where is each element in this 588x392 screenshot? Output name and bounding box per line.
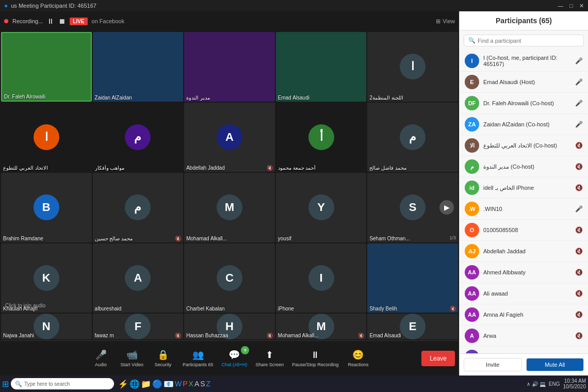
maximize-btn[interactable]: □ (569, 3, 573, 9)
search-box[interactable]: 🔍 (464, 35, 584, 46)
pause-icon[interactable]: ⏸ (47, 17, 54, 25)
video-cell[interactable]: SSeham Othman...▶1/3 (367, 173, 458, 242)
video-cell[interactable]: االاتحاد العربي للتطوع (1, 103, 92, 172)
video-cell[interactable]: Shady Belih🔇 (367, 243, 458, 313)
close-btn[interactable]: ✕ (579, 3, 584, 9)
participant-row[interactable]: II (Co-host, me, participant ID: 465167)… (460, 51, 588, 72)
video-cell[interactable]: MMohamad Alkall...🔇 (276, 314, 367, 339)
participant-avatar: Y (308, 194, 334, 220)
participant-name-label: Abdellah Jaddad (483, 248, 571, 254)
video-cell[interactable]: AAbdellah Jaddad🔇 (184, 103, 275, 172)
participant-row[interactable]: AJAbdellah Jaddad🔇 (460, 241, 588, 262)
share-screen-label: Share Screen (255, 362, 284, 367)
invite-button[interactable]: Invite (464, 358, 522, 371)
taskbar-search-icon: 🔍 (15, 381, 22, 387)
participant-row[interactable]: ممدير الندوة (Co-host)🔇 (460, 156, 588, 177)
file-icon[interactable]: 📁 (141, 379, 151, 389)
date-display: 10/5/2020 (563, 384, 586, 389)
participant-row[interactable]: الاالاتحاد العربي للتطوع (Co-host)🔇 (460, 135, 588, 156)
participant-mute-icon: 🔇 (575, 163, 583, 170)
play-button[interactable]: ▶ (439, 200, 454, 215)
video-cell[interactable]: HHassan Buhazzaa🔇 (184, 314, 275, 339)
security-button[interactable]: 🔒 Security (148, 343, 178, 374)
video-cell[interactable]: ممواهب وأفكار (93, 103, 184, 172)
video-cell[interactable]: ممحمد فاضل صالح (367, 103, 458, 172)
taskbar-search[interactable]: 🔍 Type here to search (11, 378, 114, 389)
page-number: 1/3 (449, 235, 456, 240)
participant-avatar: I (308, 265, 334, 291)
chat-button[interactable]: 💬 Chat (Alt+H) + (218, 343, 252, 374)
taskbar-search-text: Type here to search (24, 381, 70, 387)
video-cell[interactable]: MMohamad Alkall... (184, 173, 275, 242)
participant-row[interactable]: AAAhmed Albbwaty🔇 (460, 262, 588, 283)
participant-avatar: AA (465, 286, 479, 301)
task-icon-1[interactable]: ⚡ (118, 379, 128, 389)
participant-avatar: E (400, 314, 426, 339)
video-cell[interactable]: IiPhone (276, 243, 367, 313)
video-cell[interactable]: ممحمد صالح حسين🔇 (93, 173, 184, 242)
reactions-button[interactable]: 😊 Reactions (342, 343, 373, 374)
participant-name: Zaidan AlZaidan (95, 95, 132, 101)
share-screen-button[interactable]: ⬆ Share Screen (251, 343, 288, 374)
chrome-icon[interactable]: 🔵 (152, 379, 162, 389)
store-icon[interactable]: S (200, 380, 205, 388)
minimize-btn[interactable]: — (558, 3, 563, 9)
video-cell[interactable]: Zaidan AlZaidan (93, 32, 184, 102)
participant-name: Abdellah Jaddad (186, 165, 225, 171)
participant-avatar: S (400, 194, 426, 220)
ppt-icon[interactable]: P (183, 380, 187, 388)
participant-row[interactable]: DFDr. Faleh Alrowaili (Co-host)🎤 (460, 93, 588, 114)
video-cell[interactable]: Emad Alsaudi (276, 32, 367, 102)
click-to-join-audio[interactable]: Click to join audio (5, 303, 45, 308)
title-bar: ● us Meeting Participant ID: 465167 — □ … (0, 0, 588, 11)
edge-icon[interactable]: 🌐 (129, 379, 140, 389)
search-input[interactable] (478, 38, 579, 44)
video-cell[interactable]: BBrahim Ramdane (1, 173, 92, 242)
mail-icon[interactable]: 📧 (164, 379, 174, 389)
participant-avatar: ا (34, 124, 59, 150)
participant-row[interactable]: O01005085508🔇 (460, 220, 588, 241)
participant-mute-icon: 🔇 (575, 248, 583, 255)
participant-row[interactable]: ididell الخاص بـ iPhone🔇 (460, 177, 588, 199)
video-cell[interactable]: EEmad Alsaudi (367, 314, 458, 339)
video-cell[interactable]: Yyousif (276, 173, 367, 242)
leave-button[interactable]: Leave (421, 351, 455, 366)
audio-button[interactable]: 🎤 Audio (86, 343, 117, 374)
zoom-icon[interactable]: Z (206, 380, 211, 388)
participant-row[interactable]: BRBrahim Ramdane🔇 (460, 347, 588, 353)
excel-icon[interactable]: X (189, 380, 193, 388)
video-cell[interactable]: Ffawaz m🔇 (93, 314, 184, 339)
main-area: Recording... ⏸ ⏹ LIVE on Facebook ⊞ View… (0, 11, 588, 375)
participants-button[interactable]: 👥 Participants 65 (178, 343, 218, 374)
participant-row[interactable]: .W.WIN10🎤 (460, 199, 588, 220)
participant-row[interactable]: ZAZaidan AlZaidan (Co-host)🎤 (460, 114, 588, 135)
video-cell[interactable]: مدير الندوة (184, 32, 275, 102)
video-cell[interactable]: CCharbel Kabalan (184, 243, 275, 313)
participant-avatar: M (217, 194, 242, 220)
video-cell[interactable]: Dr. Faleh Alrowaili (1, 32, 92, 102)
participant-row[interactable]: AArwa🔇 (460, 325, 588, 347)
video-cell[interactable]: KKhaulah AlhajriClick to join audio (1, 243, 92, 313)
pause-recording-button[interactable]: ⏸ Pause/Stop Recording (288, 343, 342, 374)
mute-all-button[interactable]: Mute All (526, 358, 584, 371)
word-icon[interactable]: W (175, 380, 182, 388)
participant-row[interactable]: AAAmna Al Fagieh🔇 (460, 304, 588, 325)
mute-icon: 🔇 (450, 306, 456, 312)
video-cell[interactable]: أأحمد جمعة محمود (276, 103, 367, 172)
start-video-button[interactable]: 📹 Start Video (117, 343, 148, 374)
windows-icon[interactable]: ⊞ (2, 379, 9, 389)
participant-row[interactable]: AAAli awaad🔇 (460, 283, 588, 304)
participant-avatar: م (465, 159, 479, 174)
video-cell[interactable]: NNajwa Janahi (1, 314, 92, 339)
participant-row[interactable]: EEmad Alsaudi (Host)🎤 (460, 72, 588, 93)
video-cell[interactable]: االلجنة المنظمة2 (367, 32, 458, 102)
participant-mute-icon: 🔇 (575, 290, 583, 297)
participant-name: Seham Othman... (369, 236, 410, 241)
participant-mute-icon: 🎤 (575, 78, 583, 86)
accessibility-icon[interactable]: A (194, 380, 199, 388)
reactions-label: Reactions (348, 362, 368, 367)
participant-mute-icon: 🔇 (575, 332, 583, 339)
stop-icon[interactable]: ⏹ (58, 17, 66, 25)
view-button[interactable]: ⊞ View (436, 18, 455, 25)
video-cell[interactable]: Aalbureshaid (93, 243, 184, 313)
